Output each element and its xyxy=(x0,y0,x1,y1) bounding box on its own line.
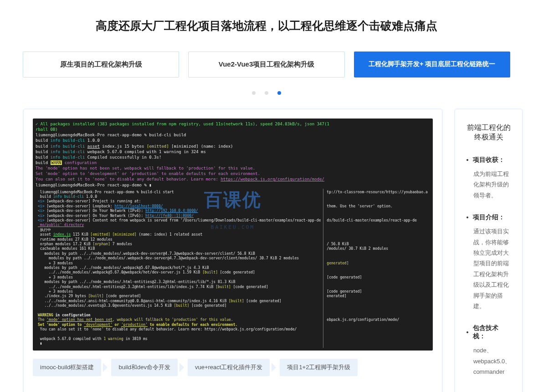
chip-4: 项目1+2工程脚手架升级 xyxy=(280,359,358,376)
tab-2[interactable]: Vue2-Vue3项目工程化架构升级 xyxy=(188,52,344,77)
section-label: 包含技术栈： xyxy=(473,324,511,340)
right-title: 前端工程化的终极通关 xyxy=(466,123,511,142)
section-harvest: 项目收获： 成为前端工程化架构升级的领导者。 xyxy=(466,156,511,201)
tab-1[interactable]: 原生项目的工程化架构升级 xyxy=(23,52,179,77)
dot-1[interactable] xyxy=(252,91,256,95)
left-panel: ✓ All packages installed (383 packages i… xyxy=(23,108,443,392)
dot-3[interactable] xyxy=(277,91,281,95)
section-label: 项目介绍： xyxy=(473,213,505,222)
dot-2[interactable] xyxy=(265,91,268,95)
chips-row: imooc-build框架搭建build和dev命令开发vue+react工程化… xyxy=(33,359,433,376)
chevron-right-icon xyxy=(272,363,276,372)
carousel-dots xyxy=(23,91,510,95)
section-stack: 包含技术栈： node、webpack5.0、commander xyxy=(466,324,511,377)
tabs-row: 原生项目的工程化架构升级 Vue2-Vue3项目工程化架构升级 工程化脚手架开发… xyxy=(23,52,510,77)
tab-3[interactable]: 工程化脚手架开发+ 项目底层工程化链路统一 xyxy=(354,52,510,77)
chip-1: imooc-build框架搭建 xyxy=(33,359,101,376)
section-text: 通过该项目实战，你将能够独立完成对大型项目的前端工程化架构升级以及工程化脚手架的… xyxy=(466,226,511,311)
chevron-right-icon xyxy=(103,363,108,372)
bullet-icon xyxy=(466,331,468,333)
section-text: 成为前端工程化架构升级的领导者。 xyxy=(466,169,511,201)
bullet-icon xyxy=(466,217,468,218)
chip-3: vue+react工程化插件开发 xyxy=(188,359,270,376)
section-label: 项目收获： xyxy=(473,156,505,164)
bullet-icon xyxy=(466,159,468,161)
terminal-screenshot: ✓ All packages installed (383 packages i… xyxy=(33,119,433,351)
right-panel: 前端工程化的终极通关 项目收获： 成为前端工程化架构升级的领导者。 项目介绍： … xyxy=(454,108,523,392)
page-title: 高度还原大厂工程化项目落地流程，以工程化思维逐个击破难点痛点 xyxy=(23,18,510,33)
section-text: node、webpack5.0、commander xyxy=(466,345,511,377)
chip-2: build和dev命令开发 xyxy=(111,359,177,376)
chevron-right-icon xyxy=(179,363,184,372)
section-intro: 项目介绍： 通过该项目实战，你将能够独立完成对大型项目的前端工程化架构升级以及工… xyxy=(466,213,511,311)
